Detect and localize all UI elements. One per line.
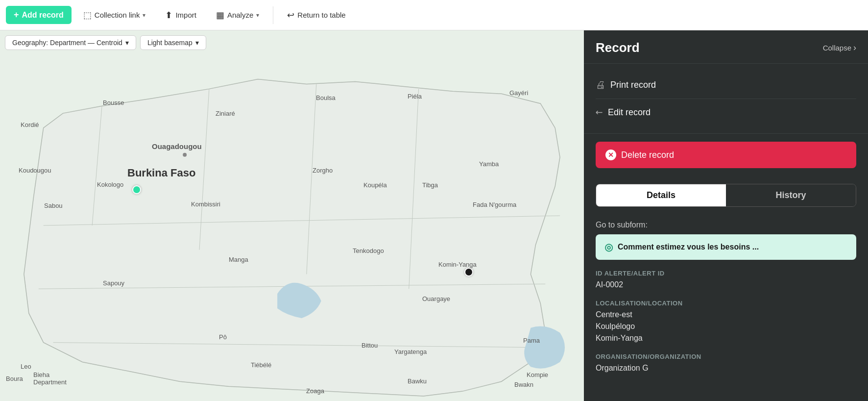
edit-icon: ↙ [593, 106, 605, 119]
add-record-button[interactable]: + Add record [6, 6, 72, 24]
sidebar: Record Collapse › 🖨 Print record ↙ Edit … [584, 30, 868, 401]
location-value: Centre-est Koulpélogo Komin-Yanga [596, 309, 856, 344]
tabs-row: Details History [596, 184, 856, 207]
map-controls: Geography: Department — Centroid ▾ Light… [5, 35, 206, 50]
return-icon: ↩ [287, 10, 294, 21]
field-alert-id: ID ALERTE/ALERT ID AI-0002 [596, 270, 856, 291]
subform-label: Go to subform: [596, 221, 856, 229]
collection-icon: ⬚ [83, 10, 92, 21]
field-organization: ORGANISATION/ORGANIZATION Organization G [596, 353, 856, 374]
tabs-section: Details History [584, 176, 868, 211]
chevron-down-icon-analyze: ▾ [256, 12, 259, 19]
delete-icon: ✕ [605, 150, 616, 160]
chevron-down-icon-geo: ▾ [125, 39, 129, 47]
tab-details[interactable]: Details [596, 184, 726, 206]
collapse-arrow-icon: › [853, 43, 856, 53]
field-location: LOCALISATION/LOCATION Centre-est Koulpél… [596, 300, 856, 344]
add-icon: + [14, 10, 19, 20]
map-svg: .country { fill: #e8ede8; stroke: #b0b8b… [0, 30, 584, 401]
map-dot-green [132, 185, 141, 194]
subform-button[interactable]: ◎ Comment estimez vous les besoins ... [596, 234, 856, 260]
tab-history[interactable]: History [726, 184, 856, 206]
sidebar-actions: 🖨 Print record ↙ Edit record [584, 64, 868, 134]
map-container: Geography: Department — Centroid ▾ Light… [0, 30, 584, 401]
import-icon: ⬆ [165, 10, 172, 21]
sidebar-header: Record Collapse › [584, 30, 868, 64]
subform-icon: ◎ [604, 241, 613, 253]
return-to-table-button[interactable]: ↩ Return to table [279, 6, 353, 25]
map-dot-black [464, 268, 473, 276]
edit-record-button[interactable]: ↙ Edit record [596, 99, 856, 125]
chevron-down-icon-basemap: ▾ [195, 39, 199, 47]
delete-record-button[interactable]: ✕ Delete record [596, 142, 856, 168]
analyze-button[interactable]: ▦ Analyze ▾ [208, 6, 267, 25]
print-icon: 🖨 [596, 79, 605, 91]
sidebar-title: Record [596, 40, 640, 55]
collapse-button[interactable]: Collapse › [823, 43, 856, 53]
toolbar: + Add record ⬚ Collection link ▾ ⬆ Impor… [0, 0, 868, 30]
print-record-button[interactable]: 🖨 Print record [596, 72, 856, 99]
toolbar-divider [273, 6, 273, 24]
svg-point-7 [183, 153, 187, 157]
basemap-button[interactable]: Light basemap ▾ [140, 35, 206, 50]
analyze-icon: ▦ [216, 10, 224, 21]
sidebar-details: Go to subform: ◎ Comment estimez vous le… [584, 211, 868, 393]
collection-link-button[interactable]: ⬚ Collection link ▾ [75, 6, 154, 25]
geo-filter-button[interactable]: Geography: Department — Centroid ▾ [5, 35, 136, 50]
map-background[interactable]: .country { fill: #e8ede8; stroke: #b0b8b… [0, 30, 584, 401]
import-button[interactable]: ⬆ Import [157, 6, 204, 25]
main-area: Geography: Department — Centroid ▾ Light… [0, 30, 868, 401]
chevron-down-icon: ▾ [143, 12, 145, 19]
